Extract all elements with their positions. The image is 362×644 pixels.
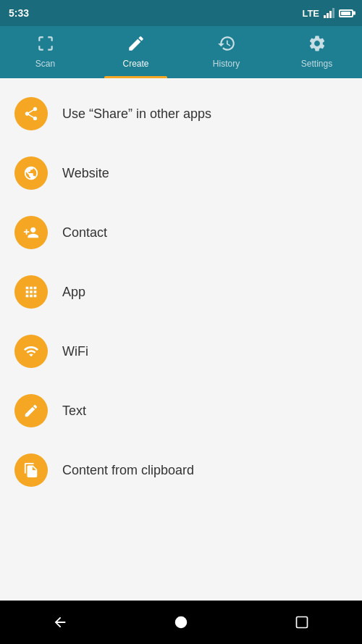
app-label: App xyxy=(62,285,85,300)
list-item-contact[interactable]: Contact xyxy=(0,203,362,262)
list-item-wifi[interactable]: WiFi xyxy=(0,322,362,381)
share-label: Use “Share” in other apps xyxy=(62,106,211,122)
back-button[interactable] xyxy=(42,604,78,640)
status-bar: 5:33 LTE xyxy=(0,0,362,26)
status-time: 5:33 xyxy=(9,7,29,19)
wifi-icon xyxy=(14,335,48,368)
recents-button[interactable] xyxy=(284,604,320,640)
svg-point-0 xyxy=(175,616,188,629)
grid-icon xyxy=(14,275,48,309)
website-label: Website xyxy=(62,166,109,181)
edit-icon xyxy=(14,394,48,427)
tab-scan[interactable]: Scan xyxy=(0,26,90,78)
list-item-website[interactable]: Website xyxy=(0,143,362,203)
settings-icon xyxy=(308,34,327,56)
create-icon xyxy=(127,34,146,56)
text-label: Text xyxy=(62,403,86,419)
tab-history-label: History xyxy=(213,59,240,69)
globe-icon xyxy=(14,156,48,190)
scan-icon xyxy=(36,34,55,56)
tab-history[interactable]: History xyxy=(181,26,272,78)
main-content: Use “Share” in other apps Website Contac… xyxy=(0,78,362,601)
bottom-nav-bar xyxy=(0,601,362,644)
clipboard-icon xyxy=(14,453,48,487)
contact-label: Contact xyxy=(62,225,107,241)
clipboard-label: Content from clipboard xyxy=(62,463,194,478)
tab-create-label: Create xyxy=(122,59,148,69)
home-button[interactable] xyxy=(163,604,199,640)
list-item-share[interactable]: Use “Share” in other apps xyxy=(0,84,362,143)
signal-icon xyxy=(324,8,334,18)
tab-settings[interactable]: Settings xyxy=(272,26,362,78)
list-item-text[interactable]: Text xyxy=(0,381,362,440)
network-label: LTE xyxy=(302,8,319,19)
svg-rect-1 xyxy=(296,617,307,628)
list-item-app[interactable]: App xyxy=(0,262,362,322)
history-icon xyxy=(217,34,236,56)
share-icon xyxy=(14,97,48,130)
tab-create[interactable]: Create xyxy=(90,26,181,78)
person-add-icon xyxy=(14,216,48,249)
nav-tabs: Scan Create History Settings xyxy=(0,26,362,78)
battery-icon xyxy=(339,9,353,17)
wifi-label: WiFi xyxy=(62,344,88,359)
tab-scan-label: Scan xyxy=(35,59,55,69)
list-item-clipboard[interactable]: Content from clipboard xyxy=(0,440,362,500)
status-icons: LTE xyxy=(302,8,353,19)
tab-settings-label: Settings xyxy=(301,59,332,69)
